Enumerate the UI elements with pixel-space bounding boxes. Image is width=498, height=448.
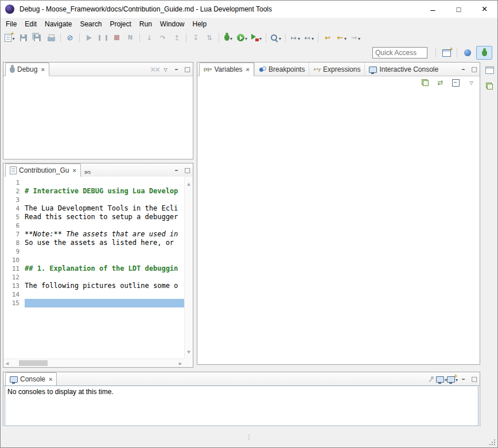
editor-line-number[interactable]: 10 [3,256,25,264]
editor-line-text[interactable]: ## 1. Explanation of the LDT debuggin [25,264,184,273]
editor-line-text[interactable] [25,221,184,230]
step-into-button[interactable] [143,32,155,44]
editor-line-text[interactable] [25,247,184,256]
editor-maximize-button[interactable] [182,163,193,177]
editor-text-area[interactable]: 1 2# Interactive DEBUG using Lua Develop… [3,178,184,359]
editor-line-number[interactable]: 8 [3,239,25,247]
editor-line-number[interactable]: 12 [3,273,25,282]
scroll-left-icon[interactable] [3,358,11,367]
open-perspective-button[interactable] [439,46,454,59]
search-button[interactable] [269,32,282,44]
tab-console[interactable]: Console [5,372,57,386]
debug-minimize-button[interactable] [171,63,182,76]
editor-line-text[interactable] [25,196,184,204]
console-minimize-button[interactable] [458,372,469,385]
suspend-button[interactable] [96,32,109,44]
editor-line-text[interactable]: So use the assets as listed here, or [25,239,184,247]
pin-console-button[interactable] [425,372,436,385]
debug-perspective-button[interactable] [476,46,492,60]
lua-perspective-button[interactable] [460,46,475,59]
close-icon[interactable] [49,375,52,383]
debug-maximize-button[interactable] [182,63,193,76]
editor-line-number[interactable]: 7 [3,230,25,239]
window-close-button[interactable] [472,1,497,18]
editor-line-number[interactable]: 1 [3,178,25,187]
debug-view-menu-button[interactable] [160,63,171,76]
hidden-editors-chevron[interactable]: » 5 [81,163,94,177]
step-return-button[interactable] [170,32,183,44]
show-logical-structure-button[interactable] [419,79,430,86]
editor-line-text[interactable]: **Note:** The assets that are used in [25,230,184,239]
editor-line-text[interactable]: The Lua Development Tools in the Ecli [25,204,184,213]
resume-button[interactable] [83,32,95,44]
print-button[interactable] [45,32,57,44]
editor-line-text[interactable]: Read this section to setup a debugger [25,213,184,221]
quick-access-input[interactable]: Quick Access [372,47,427,59]
editor-line-text[interactable]: The following pictures outline some o [25,282,184,290]
editor-line-number[interactable]: 2 [3,187,25,196]
menu-navigate[interactable]: Navigate [41,19,76,29]
window-resize-grip[interactable] [489,439,496,446]
editor-line-number[interactable]: 11 [3,264,25,273]
terminate-button[interactable] [110,32,123,44]
save-button[interactable] [17,32,30,44]
disconnect-button[interactable] [124,32,137,44]
scroll-right-icon[interactable] [177,358,184,367]
remove-terminated-button[interactable] [149,63,160,76]
close-icon[interactable] [246,65,250,73]
variables-view-menu-button[interactable] [466,77,477,88]
display-selected-console-button[interactable] [436,372,447,385]
tab-breakpoints[interactable]: Breakpoints [254,63,309,76]
editor-line-number[interactable]: 5 [3,213,25,221]
use-step-filters-button[interactable] [203,32,216,44]
variables-minimize-button[interactable] [458,63,469,76]
editor-minimize-button[interactable] [171,163,182,177]
minimized-view-button-1[interactable] [484,65,495,75]
menu-window[interactable]: Window [156,19,189,29]
editor-line-text[interactable] [25,290,184,299]
menu-edit[interactable]: Edit [21,19,41,29]
editor-line-number[interactable]: 4 [3,204,25,213]
editor-line-text[interactable] [25,299,184,307]
tab-variables[interactable]: (x)= Variables [199,63,254,76]
editor-line-number[interactable]: 6 [3,221,25,230]
editor-vertical-scrollbar[interactable] [184,177,193,359]
editor-line-number[interactable]: 14 [3,290,25,299]
menu-search[interactable]: Search [76,19,106,29]
next-annotation-button[interactable] [289,32,301,44]
editor-line-number[interactable]: 3 [3,196,25,204]
drop-to-frame-button[interactable] [189,32,202,44]
menu-file[interactable]: File [2,19,21,29]
tab-contribution-guide[interactable]: Contribution_Gu [5,163,81,177]
tab-debug[interactable]: Debug [5,63,49,76]
forward-button[interactable] [349,32,361,44]
show-references-button[interactable] [435,78,446,87]
editor-line-number[interactable]: 15 [3,299,25,307]
step-over-button[interactable] [157,32,169,44]
save-all-button[interactable] [31,32,44,44]
scrollbar-thumb[interactable] [19,360,48,366]
run-button[interactable] [236,32,248,44]
close-icon[interactable] [41,65,44,73]
menu-help[interactable]: Help [189,19,211,29]
previous-annotation-button[interactable] [302,32,315,44]
editor-line-text[interactable] [25,273,184,282]
open-console-button[interactable] [447,372,458,385]
editor-line-number[interactable]: 9 [3,247,25,256]
editor-line-number[interactable]: 13 [3,282,25,290]
debug-button[interactable] [222,32,235,44]
scroll-up-icon[interactable] [185,178,193,189]
new-wizard-button[interactable] [3,32,16,44]
editor-line-text[interactable] [25,256,184,264]
window-minimize-button[interactable] [420,1,446,18]
editor-horizontal-scrollbar[interactable] [3,359,184,367]
external-tools-button[interactable] [250,32,263,44]
skip-all-breakpoints-button[interactable] [64,32,76,44]
scroll-down-icon[interactable] [185,346,193,357]
window-maximize-button[interactable] [446,1,472,18]
menu-project[interactable]: Project [106,19,135,29]
last-edit-location-button[interactable] [321,32,334,44]
tab-expressions[interactable]: x+y Expressions [309,63,364,76]
close-icon[interactable] [72,166,76,174]
collapse-all-button[interactable] [450,79,461,87]
